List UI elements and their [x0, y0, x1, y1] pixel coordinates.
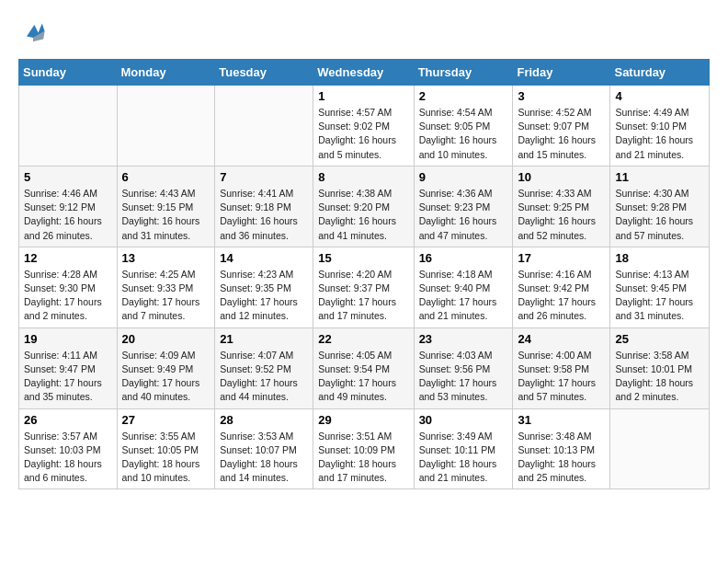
day-number: 5 — [24, 170, 112, 184]
calendar-cell: 16Sunrise: 4:18 AM Sunset: 9:40 PM Dayli… — [414, 247, 513, 327]
day-number: 20 — [122, 332, 210, 346]
day-info: Sunrise: 4:52 AM Sunset: 9:07 PM Dayligh… — [518, 106, 605, 162]
day-number: 29 — [318, 413, 408, 427]
day-number: 31 — [518, 413, 605, 427]
header-day-sunday: Sunday — [19, 60, 118, 86]
day-number: 4 — [615, 89, 704, 103]
day-info: Sunrise: 4:36 AM Sunset: 9:23 PM Dayligh… — [419, 187, 508, 243]
calendar-header: SundayMondayTuesdayWednesdayThursdayFrid… — [19, 60, 710, 86]
day-info: Sunrise: 4:20 AM Sunset: 9:37 PM Dayligh… — [318, 268, 408, 324]
calendar-cell: 20Sunrise: 4:09 AM Sunset: 9:49 PM Dayli… — [117, 327, 215, 408]
day-info: Sunrise: 4:43 AM Sunset: 9:15 PM Dayligh… — [122, 187, 210, 243]
header-day-monday: Monday — [117, 60, 215, 86]
header-day-wednesday: Wednesday — [313, 60, 414, 86]
day-number: 3 — [518, 89, 605, 103]
calendar-cell: 6Sunrise: 4:43 AM Sunset: 9:15 PM Daylig… — [117, 166, 215, 247]
calendar-week-5: 26Sunrise: 3:57 AM Sunset: 10:03 PM Dayl… — [19, 408, 710, 489]
calendar-cell: 9Sunrise: 4:36 AM Sunset: 9:23 PM Daylig… — [414, 166, 513, 247]
calendar-cell: 25Sunrise: 3:58 AM Sunset: 10:01 PM Dayl… — [610, 327, 710, 408]
day-number: 8 — [318, 170, 408, 184]
calendar-cell: 24Sunrise: 4:00 AM Sunset: 9:58 PM Dayli… — [513, 327, 610, 408]
day-info: Sunrise: 4:07 AM Sunset: 9:52 PM Dayligh… — [220, 349, 308, 405]
calendar-cell: 22Sunrise: 4:05 AM Sunset: 9:54 PM Dayli… — [313, 327, 414, 408]
calendar-cell: 12Sunrise: 4:28 AM Sunset: 9:30 PM Dayli… — [19, 247, 118, 327]
day-info: Sunrise: 3:48 AM Sunset: 10:13 PM Daylig… — [518, 430, 605, 486]
calendar-week-4: 19Sunrise: 4:11 AM Sunset: 9:47 PM Dayli… — [19, 327, 710, 408]
day-info: Sunrise: 4:25 AM Sunset: 9:33 PM Dayligh… — [122, 268, 210, 324]
day-number: 23 — [419, 332, 508, 346]
day-number: 22 — [318, 332, 408, 346]
day-number: 19 — [24, 332, 112, 346]
day-info: Sunrise: 4:03 AM Sunset: 9:56 PM Dayligh… — [419, 349, 508, 405]
calendar-cell: 4Sunrise: 4:49 AM Sunset: 9:10 PM Daylig… — [610, 86, 710, 167]
day-info: Sunrise: 3:51 AM Sunset: 10:09 PM Daylig… — [318, 430, 408, 486]
calendar-cell: 13Sunrise: 4:25 AM Sunset: 9:33 PM Dayli… — [117, 247, 215, 327]
header-day-tuesday: Tuesday — [215, 60, 313, 86]
calendar-cell — [215, 86, 313, 167]
day-number: 13 — [122, 251, 210, 265]
day-number: 25 — [615, 332, 704, 346]
day-info: Sunrise: 3:49 AM Sunset: 10:11 PM Daylig… — [419, 430, 508, 486]
day-number: 27 — [122, 413, 210, 427]
day-info: Sunrise: 3:58 AM Sunset: 10:01 PM Daylig… — [615, 349, 704, 405]
day-info: Sunrise: 3:57 AM Sunset: 10:03 PM Daylig… — [24, 430, 112, 486]
day-info: Sunrise: 4:33 AM Sunset: 9:25 PM Dayligh… — [518, 187, 605, 243]
day-info: Sunrise: 4:41 AM Sunset: 9:18 PM Dayligh… — [220, 187, 308, 243]
day-info: Sunrise: 4:57 AM Sunset: 9:02 PM Dayligh… — [318, 106, 408, 162]
day-info: Sunrise: 4:49 AM Sunset: 9:10 PM Dayligh… — [615, 106, 704, 162]
calendar-cell — [19, 86, 118, 167]
day-number: 24 — [518, 332, 605, 346]
day-info: Sunrise: 4:28 AM Sunset: 9:30 PM Dayligh… — [24, 268, 112, 324]
day-number: 21 — [220, 332, 308, 346]
calendar-cell: 8Sunrise: 4:38 AM Sunset: 9:20 PM Daylig… — [313, 166, 414, 247]
calendar-cell: 26Sunrise: 3:57 AM Sunset: 10:03 PM Dayl… — [19, 408, 118, 489]
day-info: Sunrise: 4:09 AM Sunset: 9:49 PM Dayligh… — [122, 349, 210, 405]
day-info: Sunrise: 4:16 AM Sunset: 9:42 PM Dayligh… — [518, 268, 605, 324]
day-info: Sunrise: 4:05 AM Sunset: 9:54 PM Dayligh… — [318, 349, 408, 405]
day-number: 7 — [220, 170, 308, 184]
day-info: Sunrise: 3:53 AM Sunset: 10:07 PM Daylig… — [220, 430, 308, 486]
calendar-cell: 17Sunrise: 4:16 AM Sunset: 9:42 PM Dayli… — [513, 247, 610, 327]
header-day-friday: Friday — [513, 60, 610, 86]
header-row: SundayMondayTuesdayWednesdayThursdayFrid… — [19, 60, 710, 86]
calendar-cell: 30Sunrise: 3:49 AM Sunset: 10:11 PM Dayl… — [414, 408, 513, 489]
day-number: 28 — [220, 413, 308, 427]
calendar-cell: 18Sunrise: 4:13 AM Sunset: 9:45 PM Dayli… — [610, 247, 710, 327]
calendar-cell: 3Sunrise: 4:52 AM Sunset: 9:07 PM Daylig… — [513, 86, 610, 167]
day-info: Sunrise: 4:00 AM Sunset: 9:58 PM Dayligh… — [518, 349, 605, 405]
day-number: 12 — [24, 251, 112, 265]
calendar-cell — [610, 408, 710, 489]
calendar-cell: 10Sunrise: 4:33 AM Sunset: 9:25 PM Dayli… — [513, 166, 610, 247]
calendar-cell: 29Sunrise: 3:51 AM Sunset: 10:09 PM Dayl… — [313, 408, 414, 489]
day-number: 17 — [518, 251, 605, 265]
header-day-saturday: Saturday — [610, 60, 710, 86]
day-number: 11 — [615, 170, 704, 184]
day-info: Sunrise: 3:55 AM Sunset: 10:05 PM Daylig… — [122, 430, 210, 486]
page-header — [18, 18, 710, 44]
day-number: 10 — [518, 170, 605, 184]
logo-bird-icon — [20, 18, 46, 44]
calendar-cell: 23Sunrise: 4:03 AM Sunset: 9:56 PM Dayli… — [414, 327, 513, 408]
day-number: 6 — [122, 170, 210, 184]
calendar-cell — [117, 86, 215, 167]
day-info: Sunrise: 4:30 AM Sunset: 9:28 PM Dayligh… — [615, 187, 704, 243]
calendar-cell: 14Sunrise: 4:23 AM Sunset: 9:35 PM Dayli… — [215, 247, 313, 327]
day-number: 1 — [318, 89, 408, 103]
day-info: Sunrise: 4:38 AM Sunset: 9:20 PM Dayligh… — [318, 187, 408, 243]
day-number: 30 — [419, 413, 508, 427]
calendar-week-2: 5Sunrise: 4:46 AM Sunset: 9:12 PM Daylig… — [19, 166, 710, 247]
calendar-cell: 28Sunrise: 3:53 AM Sunset: 10:07 PM Dayl… — [215, 408, 313, 489]
calendar-body: 1Sunrise: 4:57 AM Sunset: 9:02 PM Daylig… — [19, 86, 710, 489]
day-number: 15 — [318, 251, 408, 265]
calendar-cell: 1Sunrise: 4:57 AM Sunset: 9:02 PM Daylig… — [313, 86, 414, 167]
calendar-cell: 21Sunrise: 4:07 AM Sunset: 9:52 PM Dayli… — [215, 327, 313, 408]
day-number: 18 — [615, 251, 704, 265]
calendar-week-1: 1Sunrise: 4:57 AM Sunset: 9:02 PM Daylig… — [19, 86, 710, 167]
calendar-cell: 7Sunrise: 4:41 AM Sunset: 9:18 PM Daylig… — [215, 166, 313, 247]
calendar-week-3: 12Sunrise: 4:28 AM Sunset: 9:30 PM Dayli… — [19, 247, 710, 327]
calendar-cell: 27Sunrise: 3:55 AM Sunset: 10:05 PM Dayl… — [117, 408, 215, 489]
day-info: Sunrise: 4:18 AM Sunset: 9:40 PM Dayligh… — [419, 268, 508, 324]
day-info: Sunrise: 4:11 AM Sunset: 9:47 PM Dayligh… — [24, 349, 112, 405]
calendar-cell: 15Sunrise: 4:20 AM Sunset: 9:37 PM Dayli… — [313, 247, 414, 327]
day-number: 9 — [419, 170, 508, 184]
